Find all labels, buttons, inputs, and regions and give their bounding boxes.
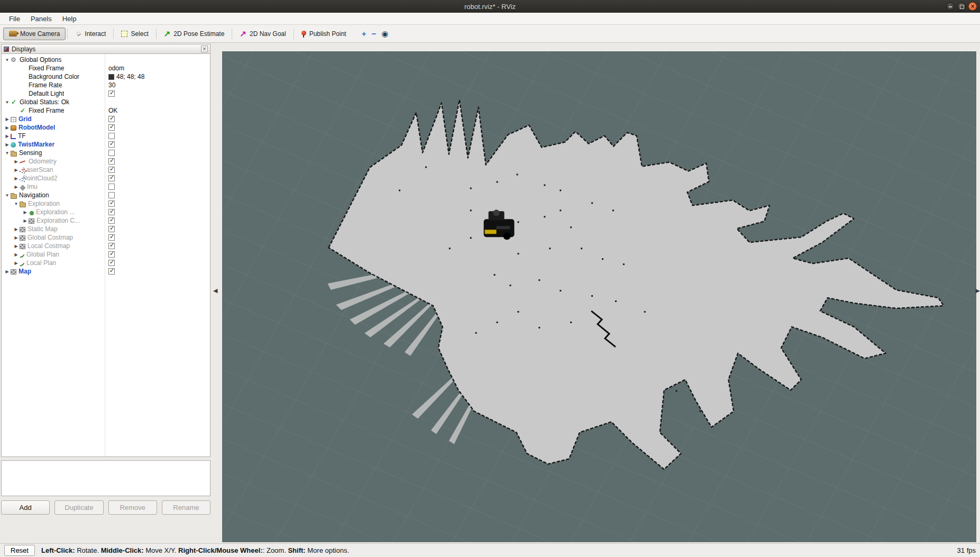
tool-publish-point[interactable]: Publish Point: [296, 28, 352, 40]
row-value[interactable]: [107, 166, 115, 174]
tree-row-global-options[interactable]: ▼Global Options: [2, 56, 210, 64]
expander-open-icon[interactable]: ▼: [4, 58, 11, 62]
checkbox-checked[interactable]: [108, 251, 115, 258]
expander-closed-icon[interactable]: ▶: [4, 125, 11, 130]
tree-row-default-light[interactable]: Default Light: [2, 89, 210, 98]
checkbox-unchecked[interactable]: [108, 192, 115, 198]
row-value[interactable]: [107, 208, 115, 216]
tree-row-exploration[interactable]: ▼Exploration: [2, 199, 210, 208]
tree-row-navigation[interactable]: ▼Navigation: [2, 191, 210, 199]
checkbox-checked[interactable]: [108, 268, 115, 275]
expander-closed-icon[interactable]: ▶: [13, 185, 20, 189]
tool-interact[interactable]: Interact: [69, 28, 112, 40]
tree-row-static-map[interactable]: ▶Static Map: [2, 225, 210, 233]
tree-row-pointcloud2[interactable]: ▶PointCloud2: [2, 174, 210, 182]
row-value[interactable]: [107, 123, 115, 132]
row-value[interactable]: OK: [107, 106, 117, 115]
tree-row-tf[interactable]: ▶TF: [2, 132, 210, 140]
row-value[interactable]: 30: [107, 81, 115, 89]
zoom-in-icon[interactable]: +: [362, 30, 367, 38]
row-value[interactable]: [107, 250, 115, 259]
tree-row-imu[interactable]: ▶Imu: [2, 182, 210, 191]
checkbox-checked[interactable]: [108, 158, 115, 165]
minimize-icon[interactable]: [946, 2, 955, 11]
expander-open-icon[interactable]: ▼: [4, 151, 11, 156]
expander-closed-icon[interactable]: ▶: [13, 176, 20, 181]
checkbox-checked[interactable]: [108, 167, 115, 173]
checkbox-checked[interactable]: [108, 260, 115, 266]
panel-collapse-left-icon[interactable]: ◀: [213, 287, 217, 294]
row-value[interactable]: [107, 132, 115, 140]
checkbox-unchecked[interactable]: [108, 184, 115, 190]
checkbox-checked[interactable]: [108, 217, 115, 224]
checkbox-unchecked[interactable]: [108, 150, 115, 156]
rename-button[interactable]: Rename: [162, 500, 210, 515]
checkbox-checked[interactable]: [108, 141, 115, 148]
add-button[interactable]: Add: [1, 500, 50, 515]
expander-open-icon[interactable]: ▼: [13, 202, 20, 206]
checkbox-checked[interactable]: [108, 116, 115, 122]
focus-icon[interactable]: ◉: [381, 30, 388, 38]
tool-2d-nav-goal[interactable]: 2D Nav Goal: [234, 26, 291, 41]
tree-row-fixed-frame[interactable]: Fixed FrameOK: [2, 106, 210, 115]
row-value[interactable]: odom: [107, 64, 124, 72]
tree-row-map[interactable]: ▶Map: [2, 267, 210, 276]
row-value[interactable]: [107, 149, 115, 157]
expander-closed-icon[interactable]: ▶: [22, 218, 29, 223]
checkbox-checked[interactable]: [108, 124, 115, 131]
expander-closed-icon[interactable]: ▶: [4, 142, 11, 147]
tree-row-global-plan[interactable]: ▶Global Plan: [2, 250, 210, 259]
tree-row-background-color[interactable]: Background Color48; 48; 48: [2, 72, 210, 81]
row-value[interactable]: [107, 89, 115, 98]
tree-row-robotmodel[interactable]: ▶RobotModel: [2, 123, 210, 132]
tool-select[interactable]: Select: [115, 28, 154, 40]
tree-row-grid[interactable]: ▶Grid: [2, 115, 210, 123]
checkbox-checked[interactable]: [108, 226, 115, 232]
menu-item-panels[interactable]: Panels: [26, 14, 57, 24]
row-value[interactable]: [107, 199, 115, 208]
tree-row-laserscan[interactable]: ▶LaserScan: [2, 166, 210, 174]
expander-closed-icon[interactable]: ▶: [13, 159, 20, 164]
panel-close-icon[interactable]: ×: [201, 45, 208, 52]
row-value[interactable]: [107, 157, 115, 166]
tree-row-exploration-c[interactable]: ▶Exploration C...: [2, 216, 210, 225]
tree-row-fixed-frame[interactable]: Fixed Frameodom: [2, 64, 210, 72]
tree-row-local-plan[interactable]: ▶Local Plan: [2, 259, 210, 267]
row-value[interactable]: [107, 216, 115, 225]
menu-item-file[interactable]: File: [4, 14, 25, 24]
tree-row-sensing[interactable]: ▼Sensing: [2, 149, 210, 157]
tree-row-odometry[interactable]: ▶Odometry: [2, 157, 210, 166]
expander-open-icon[interactable]: ▼: [4, 100, 11, 105]
row-value[interactable]: [107, 233, 115, 242]
render-viewport-3d[interactable]: [222, 51, 976, 542]
close-icon[interactable]: ×: [968, 2, 977, 11]
row-value[interactable]: 48; 48; 48: [107, 72, 144, 81]
tree-row-local-costmap[interactable]: ▶Local Costmap: [2, 242, 210, 250]
row-value[interactable]: [107, 242, 115, 250]
expander-closed-icon[interactable]: ▶: [13, 261, 20, 266]
reset-button[interactable]: Reset: [4, 545, 35, 556]
expander-closed-icon[interactable]: ▶: [13, 168, 20, 172]
row-value[interactable]: [107, 191, 115, 199]
expander-closed-icon[interactable]: ▶: [13, 252, 20, 257]
expander-closed-icon[interactable]: ▶: [22, 210, 29, 215]
tree-row-frame-rate[interactable]: Frame Rate30: [2, 81, 210, 89]
checkbox-checked[interactable]: [108, 200, 115, 207]
checkbox-checked[interactable]: [108, 209, 115, 215]
tree-row-global-costmap[interactable]: ▶Global Costmap: [2, 233, 210, 242]
expander-closed-icon[interactable]: ▶: [4, 134, 11, 139]
expander-closed-icon[interactable]: ▶: [13, 235, 20, 240]
row-value[interactable]: [107, 174, 115, 182]
panel-collapse-right-icon[interactable]: ▶: [976, 287, 980, 294]
checkbox-checked[interactable]: [108, 175, 115, 181]
row-value[interactable]: [107, 115, 115, 123]
checkbox-checked[interactable]: [108, 90, 115, 97]
tool-2d-pose-estimate[interactable]: 2D Pose Estimate: [158, 26, 231, 41]
maximize-icon[interactable]: [957, 2, 966, 11]
row-value[interactable]: [107, 182, 115, 191]
tree-row-exploration[interactable]: ▶Exploration ...: [2, 208, 210, 216]
remove-button[interactable]: Remove: [108, 500, 157, 515]
row-value[interactable]: [107, 267, 115, 276]
displays-panel-header[interactable]: Displays ×: [1, 44, 210, 54]
expander-closed-icon[interactable]: ▶: [4, 269, 11, 274]
